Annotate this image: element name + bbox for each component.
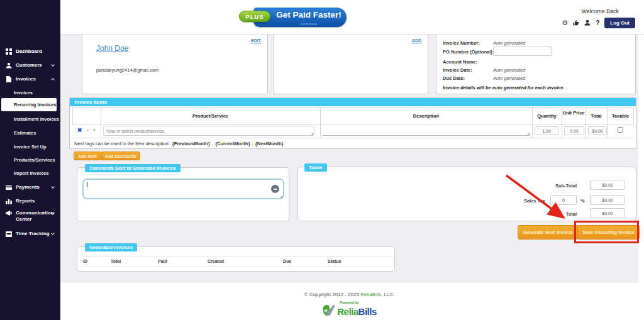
sidebar-item-label: Payments [16,184,40,190]
chevron-down-icon [51,185,55,189]
totals-title: Totals [304,163,327,172]
help-icon[interactable]: ? [596,20,599,26]
resize-handle-icon[interactable]: ◢ [311,131,313,135]
header-icons: ⚙ ? Log Out [562,18,635,28]
divider [320,108,321,138]
sidebar-item-customers[interactable]: Customers [0,60,60,70]
sidebar-item-time-tracking[interactable]: Time Tracking [0,229,60,238]
reports-icon [6,198,12,204]
communication-icon [6,210,12,216]
sidebar-subitem-import-invoices[interactable]: Import Invoices [0,168,60,177]
invoice-date-value: Auto generated [493,67,525,73]
sales-tax-rate-input[interactable] [550,195,577,205]
sidebar-subitem-label: Products/Services [14,157,55,163]
comments-section: Comments Sent to Generated Invoices ◢ [77,167,289,221]
quantity-input[interactable] [535,126,558,135]
time-tracking-icon [6,231,12,237]
sidebar-item-label: Invoices [16,76,36,82]
divider [72,138,634,138]
taxable-checkbox[interactable] [618,127,623,133]
description-box: ◢ [323,126,530,136]
description-input[interactable] [324,126,519,134]
chevron-down-icon [51,231,55,235]
reliabills-logo[interactable]: w ReliaBills [60,304,638,319]
row-handle-icon[interactable]: ≡ [86,128,89,133]
subtotal-value[interactable] [590,180,625,190]
customer-name-link[interactable]: John Doe [96,44,128,53]
tag-current-month: {CurrentMonth} [215,141,250,146]
add-recipient-link[interactable]: ADD [412,38,421,43]
thumbs-up-icon[interactable] [573,19,579,27]
po-number-input[interactable] [493,47,552,56]
line-total-input[interactable] [588,126,607,135]
sidebar-subitem-label: Invoices [14,90,33,96]
tag-separator: , [212,141,213,146]
sidebar-subitem-estimates[interactable]: Estimates [0,128,60,137]
add-item-button[interactable]: Add Item [74,152,101,160]
logout-button[interactable]: Log Out [604,18,635,28]
sidebar-item-label: Reports [16,198,35,204]
divider [72,124,634,124]
sidebar-item-invoices[interactable]: Invoices [0,74,60,84]
product-service-input[interactable] [106,127,301,135]
divider [80,267,392,267]
product-service-box: ◢ [103,126,314,136]
sidebar-item-reports[interactable]: Reports [0,196,60,206]
divider [101,108,101,138]
emoji-picker-icon[interactable] [271,185,279,193]
customers-icon [6,62,12,69]
gi-col-created: Created [208,259,224,263]
comments-textarea[interactable] [86,181,269,196]
divider [532,108,533,138]
delete-row-icon[interactable]: ✖ [77,127,82,133]
sidebar-item-payments[interactable]: Payments [0,182,60,192]
percent-sign: % [580,198,585,204]
sidebar-subitem-recurring-invoices[interactable]: Recurring Invoices [1,98,57,111]
invoice-details-card: Invoice Number: Auto generated PO Number… [436,30,636,94]
sidebar-subitem-invoices[interactable]: Invoices [0,88,60,97]
save-recurring-invoice-button[interactable]: Save Recurring Invoice [577,225,640,240]
col-description: Description [320,113,532,119]
logo-bills: Bills [358,306,377,317]
chevron-down-icon [51,63,55,67]
unit-price-input[interactable] [564,126,584,135]
invoice-number-label: Invoice Number: [443,40,480,46]
copyright-prefix: © Copyright 2012 - 2025 [304,292,361,297]
footer-copyright: © Copyright 2012 - 2025 ReliaBills, LLC. [60,292,638,297]
po-number-label: PO Number (Optional): [443,49,494,55]
sales-tax-value[interactable] [590,195,625,205]
gi-col-total: Total [111,259,121,263]
sidebar-subitem-invoice-set-up[interactable]: Invoice Set Up [0,142,60,151]
generate-next-invoice-button[interactable]: Generate Next Invoice [518,225,579,240]
gi-col-id: ID [83,259,87,263]
welcome-text: Welcome Back [581,8,619,14]
tags-note-text: Next tags can be used in the item descri… [74,141,170,146]
sidebar-subitem-products-services[interactable]: Products/Services [0,155,60,164]
copyright-suffix: , LLC. [381,292,394,297]
customer-email: pandakyung0414@gmail.com [96,67,158,73]
text-cursor [87,182,87,187]
tag-separator: , [252,141,253,146]
edit-customer-link[interactable]: EDIT [251,38,261,43]
sidebar-item-label: Time Tracking [16,231,50,236]
dashboard-icon [6,48,12,55]
comments-title: Comments Sent to Generated Invoices [85,164,180,172]
account-name-label: Account Name: [443,59,477,65]
sidebar-item-communication-center[interactable]: Communication Center [0,209,60,224]
reliabills-link[interactable]: ReliaBills [360,292,381,297]
resize-handle-icon[interactable]: ◢ [280,194,282,198]
sidebar-item-dashboard[interactable]: Dashboard [0,47,60,56]
banner-click-here[interactable]: Click here [274,22,344,26]
sidebar-item-label: Dashboard [16,48,42,54]
svg-text:w: w [324,308,328,312]
invoice-date-label: Invoice Date: [443,67,472,73]
add-discounts-button[interactable]: Add Discounts [101,152,140,160]
resize-handle-icon[interactable]: ◢ [527,131,530,135]
tag-previous-month: {PreviousMonth} [172,141,210,146]
user-icon[interactable] [584,19,591,27]
total-value[interactable] [590,208,625,218]
gear-icon[interactable]: ⚙ [562,19,568,26]
row-dropdown-icon[interactable]: ▼ [92,128,96,132]
sidebar-subitem-label: Invoice Set Up [14,144,47,150]
sidebar-subitem-installment-invoices[interactable]: Installment Invoices [0,114,60,123]
